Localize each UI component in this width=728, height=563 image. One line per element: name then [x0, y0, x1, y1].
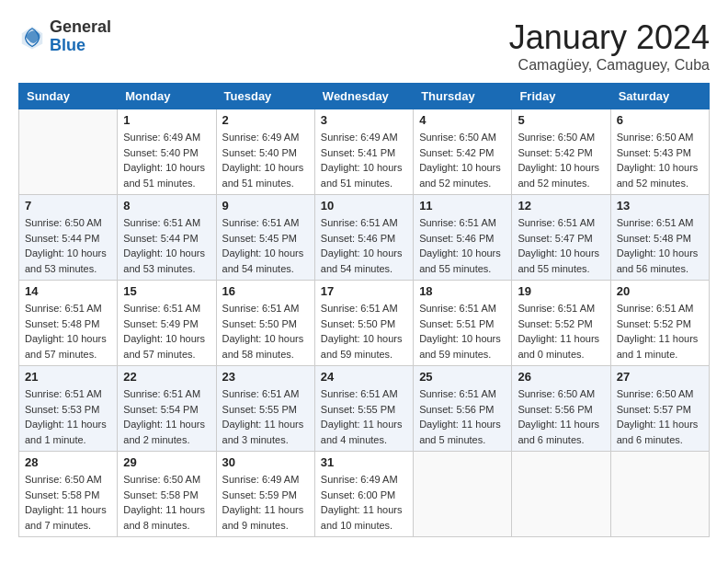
logo: General Blue [18, 18, 111, 55]
calendar-day-cell: 20Sunrise: 6:51 AMSunset: 5:52 PMDayligh… [610, 281, 709, 366]
calendar-week-row: 1Sunrise: 6:49 AMSunset: 5:40 PMDaylight… [19, 109, 710, 195]
calendar-day-cell: 25Sunrise: 6:51 AMSunset: 5:56 PMDayligh… [414, 366, 512, 452]
day-info: Sunrise: 6:51 AMSunset: 5:49 PMDaylight:… [123, 301, 210, 362]
day-info: Sunrise: 6:50 AMSunset: 5:43 PMDaylight:… [617, 130, 703, 190]
calendar-day-cell [19, 109, 118, 195]
calendar-header-friday: Friday [512, 84, 610, 109]
calendar-day-cell: 21Sunrise: 6:51 AMSunset: 5:53 PMDayligh… [19, 366, 118, 452]
day-number: 24 [321, 370, 407, 384]
calendar-table: SundayMondayTuesdayWednesdayThursdayFrid… [18, 83, 710, 537]
day-info: Sunrise: 6:51 AMSunset: 5:46 PMDaylight:… [321, 215, 407, 276]
day-number: 27 [617, 370, 703, 384]
calendar-day-cell: 28Sunrise: 6:50 AMSunset: 5:58 PMDayligh… [19, 452, 118, 537]
calendar-day-cell: 17Sunrise: 6:51 AMSunset: 5:50 PMDayligh… [314, 281, 413, 366]
calendar-header-tuesday: Tuesday [216, 84, 314, 109]
day-number: 28 [25, 455, 111, 469]
day-number: 30 [222, 455, 309, 469]
calendar-day-cell: 22Sunrise: 6:51 AMSunset: 5:54 PMDayligh… [118, 366, 216, 452]
day-number: 5 [518, 113, 604, 127]
calendar-day-cell: 29Sunrise: 6:50 AMSunset: 5:58 PMDayligh… [118, 452, 216, 537]
day-number: 26 [518, 370, 604, 384]
day-info: Sunrise: 6:51 AMSunset: 5:48 PMDaylight:… [25, 301, 111, 362]
calendar-day-cell [512, 452, 610, 537]
day-info: Sunrise: 6:49 AMSunset: 5:59 PMDaylight:… [222, 472, 309, 533]
day-info: Sunrise: 6:51 AMSunset: 5:56 PMDaylight:… [419, 386, 506, 447]
day-number: 7 [25, 199, 111, 213]
day-info: Sunrise: 6:50 AMSunset: 5:42 PMDaylight:… [518, 130, 604, 190]
calendar-week-row: 21Sunrise: 6:51 AMSunset: 5:53 PMDayligh… [19, 366, 710, 452]
calendar-header-thursday: Thursday [414, 84, 512, 109]
day-info: Sunrise: 6:51 AMSunset: 5:50 PMDaylight:… [321, 301, 407, 362]
logo-text: General Blue [50, 18, 111, 55]
calendar-day-cell: 13Sunrise: 6:51 AMSunset: 5:48 PMDayligh… [610, 195, 709, 281]
day-number: 29 [123, 455, 210, 469]
calendar-day-cell: 30Sunrise: 6:49 AMSunset: 5:59 PMDayligh… [216, 452, 314, 537]
calendar-day-cell: 9Sunrise: 6:51 AMSunset: 5:45 PMDaylight… [216, 195, 314, 281]
day-number: 4 [419, 113, 506, 127]
calendar-day-cell: 7Sunrise: 6:50 AMSunset: 5:44 PMDaylight… [19, 195, 118, 281]
day-info: Sunrise: 6:50 AMSunset: 5:58 PMDaylight:… [25, 472, 111, 533]
calendar-day-cell: 6Sunrise: 6:50 AMSunset: 5:43 PMDaylight… [610, 109, 709, 195]
calendar-header-saturday: Saturday [610, 84, 709, 109]
calendar-day-cell: 4Sunrise: 6:50 AMSunset: 5:42 PMDaylight… [414, 109, 512, 195]
calendar-day-cell: 27Sunrise: 6:50 AMSunset: 5:57 PMDayligh… [610, 366, 709, 452]
header: General Blue January 2024 Camagüey, Cama… [18, 18, 710, 74]
day-info: Sunrise: 6:50 AMSunset: 5:57 PMDaylight:… [617, 386, 703, 447]
calendar-week-row: 28Sunrise: 6:50 AMSunset: 5:58 PMDayligh… [19, 452, 710, 537]
day-number: 14 [25, 284, 111, 298]
day-info: Sunrise: 6:51 AMSunset: 5:50 PMDaylight:… [222, 301, 309, 362]
day-info: Sunrise: 6:51 AMSunset: 5:52 PMDaylight:… [518, 301, 604, 362]
logo-general-text: General [50, 17, 111, 36]
calendar-day-cell: 11Sunrise: 6:51 AMSunset: 5:46 PMDayligh… [414, 195, 512, 281]
day-info: Sunrise: 6:51 AMSunset: 5:55 PMDaylight:… [321, 386, 407, 447]
calendar-header-sunday: Sunday [19, 84, 118, 109]
day-number: 11 [419, 199, 506, 213]
day-number: 12 [518, 199, 604, 213]
day-info: Sunrise: 6:51 AMSunset: 5:45 PMDaylight:… [222, 215, 309, 276]
day-number: 31 [321, 455, 407, 469]
day-info: Sunrise: 6:49 AMSunset: 5:40 PMDaylight:… [222, 130, 309, 190]
day-number: 13 [617, 199, 703, 213]
calendar-day-cell: 23Sunrise: 6:51 AMSunset: 5:55 PMDayligh… [216, 366, 314, 452]
calendar-header-row: SundayMondayTuesdayWednesdayThursdayFrid… [19, 84, 710, 109]
day-info: Sunrise: 6:51 AMSunset: 5:44 PMDaylight:… [123, 215, 210, 276]
location-title: Camagüey, Camaguey, Cuba [509, 57, 710, 74]
calendar-day-cell: 3Sunrise: 6:49 AMSunset: 5:41 PMDaylight… [314, 109, 413, 195]
calendar-day-cell: 31Sunrise: 6:49 AMSunset: 6:00 PMDayligh… [314, 452, 413, 537]
calendar-day-cell: 10Sunrise: 6:51 AMSunset: 5:46 PMDayligh… [314, 195, 413, 281]
calendar-day-cell: 14Sunrise: 6:51 AMSunset: 5:48 PMDayligh… [19, 281, 118, 366]
day-number: 21 [25, 370, 111, 384]
day-info: Sunrise: 6:51 AMSunset: 5:53 PMDaylight:… [25, 386, 111, 447]
day-info: Sunrise: 6:51 AMSunset: 5:54 PMDaylight:… [123, 386, 210, 447]
calendar-day-cell: 1Sunrise: 6:49 AMSunset: 5:40 PMDaylight… [118, 109, 216, 195]
calendar-day-cell: 12Sunrise: 6:51 AMSunset: 5:47 PMDayligh… [512, 195, 610, 281]
calendar-header-wednesday: Wednesday [314, 84, 413, 109]
day-number: 15 [123, 284, 210, 298]
day-info: Sunrise: 6:50 AMSunset: 5:56 PMDaylight:… [518, 386, 604, 447]
day-number: 10 [321, 199, 407, 213]
day-number: 2 [222, 113, 309, 127]
day-number: 23 [222, 370, 309, 384]
calendar-day-cell [414, 452, 512, 537]
calendar-day-cell: 26Sunrise: 6:50 AMSunset: 5:56 PMDayligh… [512, 366, 610, 452]
day-number: 18 [419, 284, 506, 298]
calendar-day-cell: 15Sunrise: 6:51 AMSunset: 5:49 PMDayligh… [118, 281, 216, 366]
day-info: Sunrise: 6:50 AMSunset: 5:58 PMDaylight:… [123, 472, 210, 533]
calendar-week-row: 14Sunrise: 6:51 AMSunset: 5:48 PMDayligh… [19, 281, 710, 366]
calendar-day-cell [610, 452, 709, 537]
day-number: 6 [617, 113, 703, 127]
month-title: January 2024 [509, 18, 710, 57]
day-number: 16 [222, 284, 309, 298]
day-number: 8 [123, 199, 210, 213]
calendar-header-monday: Monday [118, 84, 216, 109]
day-info: Sunrise: 6:50 AMSunset: 5:44 PMDaylight:… [25, 215, 111, 276]
calendar-day-cell: 2Sunrise: 6:49 AMSunset: 5:40 PMDaylight… [216, 109, 314, 195]
calendar-week-row: 7Sunrise: 6:50 AMSunset: 5:44 PMDaylight… [19, 195, 710, 281]
day-number: 3 [321, 113, 407, 127]
logo-blue-text: Blue [50, 36, 85, 54]
calendar-day-cell: 8Sunrise: 6:51 AMSunset: 5:44 PMDaylight… [118, 195, 216, 281]
calendar-day-cell: 16Sunrise: 6:51 AMSunset: 5:50 PMDayligh… [216, 281, 314, 366]
day-info: Sunrise: 6:49 AMSunset: 6:00 PMDaylight:… [321, 472, 407, 533]
day-info: Sunrise: 6:49 AMSunset: 5:41 PMDaylight:… [321, 130, 407, 190]
day-number: 20 [617, 284, 703, 298]
